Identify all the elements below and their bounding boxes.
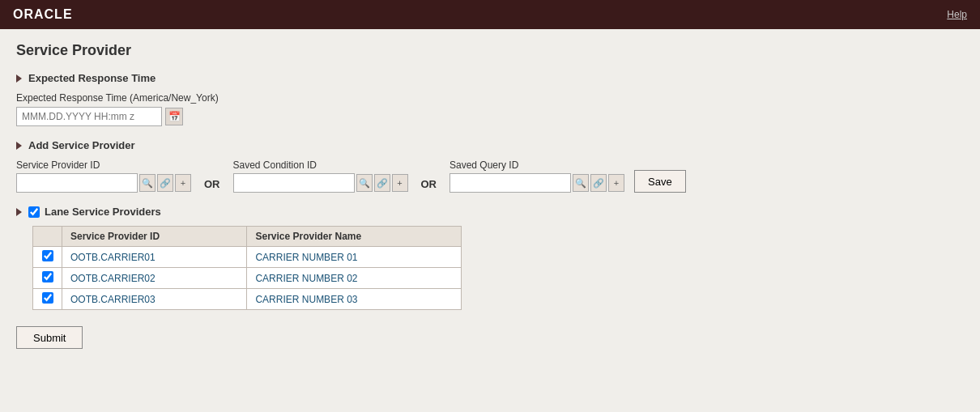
date-input[interactable] xyxy=(16,107,162,126)
main-content: Service Provider Expected Response Time … xyxy=(0,29,980,362)
date-input-wrapper: 📅 xyxy=(16,107,964,126)
table-col-id: Service Provider ID xyxy=(62,227,247,247)
row-checkbox-1[interactable] xyxy=(42,271,53,282)
help-link[interactable]: Help xyxy=(947,9,967,20)
add-sp-header: Add Service Provider xyxy=(16,139,964,151)
saved-query-id-label: Saved Query ID xyxy=(450,159,624,171)
service-provider-id-input[interactable] xyxy=(16,173,138,193)
topbar: ORACLE Help xyxy=(0,0,980,29)
query-id-input-wrapper: 🔍 🔗 + xyxy=(450,173,624,193)
service-provider-id-group: Service Provider ID 🔍 🔗 + xyxy=(16,159,191,193)
condition-id-link-icon[interactable]: 🔗 xyxy=(374,174,390,192)
table-row: OOTB.CARRIER01CARRIER NUMBER 01 xyxy=(33,247,462,268)
collapse-triangle-addsp[interactable] xyxy=(16,142,22,150)
row-checkbox-cell[interactable] xyxy=(33,268,62,289)
lane-sp-title: Lane Service Providers xyxy=(45,206,161,218)
carrier-id-cell: OOTB.CARRIER01 xyxy=(62,247,247,268)
lane-sp-checkbox-label[interactable]: Lane Service Providers xyxy=(28,206,161,218)
or-label-1: OR xyxy=(204,178,220,193)
expected-response-title: Expected Response Time xyxy=(28,72,156,84)
page-title: Service Provider xyxy=(16,42,964,59)
condition-id-input-wrapper: 🔍 🔗 + xyxy=(233,173,408,193)
sp-id-link-icon[interactable]: 🔗 xyxy=(157,174,173,192)
service-provider-id-label: Service Provider ID xyxy=(16,159,191,171)
carrier-name-cell: CARRIER NUMBER 03 xyxy=(247,289,462,310)
lane-sp-checkbox[interactable] xyxy=(28,206,40,218)
sp-id-input-wrapper: 🔍 🔗 + xyxy=(16,173,191,193)
sp-id-add-icon[interactable]: + xyxy=(175,174,191,192)
carrier-id-cell: OOTB.CARRIER02 xyxy=(62,268,247,289)
saved-query-id-group: Saved Query ID 🔍 🔗 + xyxy=(450,159,624,193)
or-label-2: OR xyxy=(421,178,437,193)
date-field-label: Expected Response Time (America/New_York… xyxy=(16,92,964,104)
submit-button[interactable]: Submit xyxy=(16,326,83,349)
row-checkbox-cell[interactable] xyxy=(33,247,62,268)
query-id-add-icon[interactable]: + xyxy=(608,174,624,192)
saved-condition-id-group: Saved Condition ID 🔍 🔗 + xyxy=(233,159,408,193)
save-button[interactable]: Save xyxy=(634,170,686,193)
saved-query-id-input[interactable] xyxy=(450,173,571,193)
add-service-provider-section: Add Service Provider Service Provider ID… xyxy=(16,139,964,193)
query-id-link-icon[interactable]: 🔗 xyxy=(590,174,607,192)
sp-id-search-icon[interactable]: 🔍 xyxy=(139,174,156,192)
row-checkbox-cell[interactable] xyxy=(33,289,62,310)
calendar-icon[interactable]: 📅 xyxy=(165,108,183,125)
row-checkbox-2[interactable] xyxy=(42,292,53,304)
collapse-triangle-lane[interactable] xyxy=(16,208,22,216)
expected-response-section: Expected Response Time Expected Response… xyxy=(16,72,964,126)
carrier-id-cell: OOTB.CARRIER03 xyxy=(62,289,247,310)
carrier-name-cell: CARRIER NUMBER 01 xyxy=(247,247,462,268)
oracle-logo: ORACLE xyxy=(13,7,73,22)
table-col-checkbox xyxy=(33,227,62,247)
lane-service-providers-section: Lane Service Providers Service Provider … xyxy=(16,206,964,310)
expected-response-header: Expected Response Time xyxy=(16,72,964,84)
table-header-row: Service Provider ID Service Provider Nam… xyxy=(33,227,462,247)
lane-sp-header: Lane Service Providers xyxy=(16,206,964,218)
table-col-name: Service Provider Name xyxy=(247,227,462,247)
condition-id-search-icon[interactable]: 🔍 xyxy=(356,174,373,192)
query-id-search-icon[interactable]: 🔍 xyxy=(573,174,589,192)
collapse-triangle-expected[interactable] xyxy=(16,74,22,83)
saved-condition-id-input[interactable] xyxy=(233,173,355,193)
submit-section: Submit xyxy=(16,326,964,349)
add-sp-row: Service Provider ID 🔍 🔗 + OR Saved Condi… xyxy=(16,159,964,193)
table-row: OOTB.CARRIER02CARRIER NUMBER 02 xyxy=(33,268,462,289)
row-checkbox-0[interactable] xyxy=(42,250,53,261)
add-sp-title: Add Service Provider xyxy=(28,139,135,151)
service-providers-table: Service Provider ID Service Provider Nam… xyxy=(32,226,462,310)
table-row: OOTB.CARRIER03CARRIER NUMBER 03 xyxy=(33,289,462,310)
saved-condition-id-label: Saved Condition ID xyxy=(233,159,408,171)
carrier-name-cell: CARRIER NUMBER 02 xyxy=(247,268,462,289)
condition-id-add-icon[interactable]: + xyxy=(392,174,408,192)
